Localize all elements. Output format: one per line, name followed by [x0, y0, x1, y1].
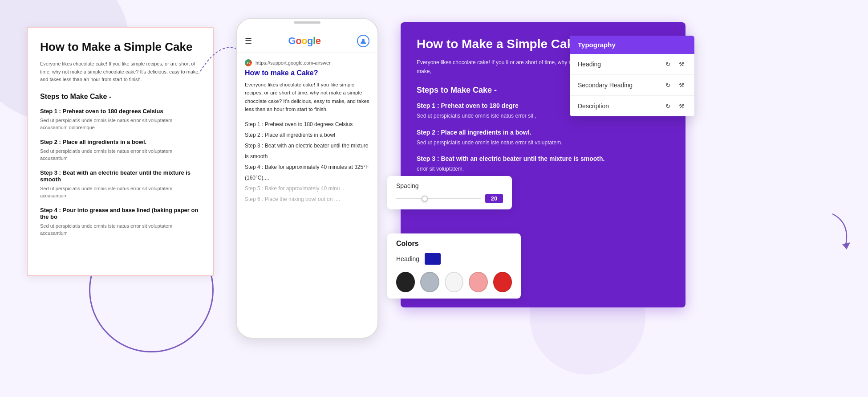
- svg-marker-2: [842, 242, 850, 250]
- google-logo: Google: [288, 35, 321, 47]
- avatar-icon[interactable]: [357, 35, 369, 47]
- spacing-control: 20: [396, 194, 503, 203]
- spacing-value: 20: [485, 194, 503, 203]
- doc-step-1: Step 1 : Preheat oven to 180 degrees Cel…: [40, 108, 200, 131]
- doc-step-4: Step 4 : Pour into grease and base lined…: [40, 207, 200, 237]
- doc-intro: Everyone likes chocolate cake! If you li…: [40, 60, 200, 84]
- doc-step-3-title: Step 3 : Beat with an electric beater un…: [40, 169, 200, 183]
- spacing-label: Spacing: [396, 182, 503, 189]
- result-step-6: Step 6 : Place the mixing bowl out on ..…: [245, 194, 369, 205]
- secondary-heading-label: Secondary Heading: [578, 82, 633, 89]
- doc-step-3-desc: Sed ut perspiciatis unde omnis iste natu…: [40, 185, 200, 200]
- doc-step-4-desc: Sed ut perspiciatis unde omnis iste natu…: [40, 222, 200, 237]
- phone-notch-bar: [294, 21, 320, 24]
- curved-arrow-right: [828, 209, 864, 254]
- description-label: Description: [578, 102, 609, 110]
- purple-step-3: Step 3 : Beat with an electric beater un…: [417, 155, 669, 173]
- result-step-1: Step 1 : Preheat oven to 180 degrees Cel…: [245, 119, 369, 130]
- heading-icons: ↻ ⚒: [663, 59, 686, 69]
- settings-header: Typography: [570, 36, 694, 54]
- doc-step-2-desc: Sed ut perspiciatis unde omnis iste natu…: [40, 147, 200, 162]
- result-step-2: Step 2 : Place all ingredients in a bowl: [245, 130, 369, 140]
- doc-title: How to Make a Simple Cake: [40, 40, 200, 54]
- description-settings-icon[interactable]: ⚒: [677, 101, 686, 111]
- slider-thumb[interactable]: [422, 196, 428, 202]
- heading-reset-icon[interactable]: ↻: [663, 59, 673, 69]
- swatch-pink[interactable]: [469, 272, 487, 292]
- color-swatch-blue[interactable]: [425, 253, 441, 265]
- result-step-5: Step 5 : Bake for approximately 40 minu …: [245, 183, 369, 194]
- purple-step-3-title: Step 3 : Beat with an electric beater un…: [417, 155, 669, 162]
- settings-panel: Typography Heading ↻ ⚒ Secondary Heading…: [570, 36, 694, 116]
- result-step-3: Step 3 : Beat with an electric beater un…: [245, 140, 369, 162]
- spacing-slider[interactable]: [396, 198, 481, 199]
- phone-mockup: ☰ Google G https://support.google.com-an…: [236, 18, 378, 339]
- colors-title: Colors: [396, 240, 512, 248]
- swatch-red[interactable]: [493, 272, 512, 292]
- result-title[interactable]: How to make a Cake?: [245, 69, 369, 77]
- settings-row-heading: Heading ↻ ⚒: [570, 54, 694, 75]
- search-result-url: G https://support.google.com-answer: [245, 59, 369, 66]
- settings-row-description: Description ↻ ⚒: [570, 96, 694, 116]
- document-card: How to Make a Simple Cake Everyone likes…: [27, 27, 214, 276]
- secondary-heading-icons: ↻ ⚒: [663, 80, 686, 90]
- left-panel: How to Make a Simple Cake Everyone likes…: [27, 27, 214, 276]
- colors-heading-row: Heading: [396, 253, 512, 265]
- typography-label: Typography: [578, 41, 616, 49]
- doc-section-heading: Steps to Make Cake -: [40, 93, 200, 101]
- heading-label: Heading: [578, 61, 601, 68]
- result-step-4: Step 4 : Bake for approximately 40 minut…: [245, 162, 369, 183]
- swatch-white[interactable]: [445, 272, 463, 292]
- colors-section: Colors Heading: [387, 233, 521, 299]
- purple-step-2: Step 2 : Place all ingredients in a bowl…: [417, 129, 669, 147]
- doc-step-1-title: Step 1 : Preheat oven to 180 degrees Cel…: [40, 108, 200, 115]
- doc-step-2-title: Step 2 : Place all ingredients in a bowl…: [40, 139, 200, 145]
- settings-row-secondary: Secondary Heading ↻ ⚒: [570, 75, 694, 96]
- phone-header: ☰ Google: [237, 31, 377, 53]
- doc-step-2: Step 2 : Place all ingredients in a bowl…: [40, 139, 200, 162]
- description-icons: ↻ ⚒: [663, 101, 686, 111]
- purple-step-2-title: Step 2 : Place all ingredients in a bowl…: [417, 129, 669, 136]
- swatch-black[interactable]: [396, 272, 415, 292]
- colors-heading-label: Heading: [396, 255, 419, 262]
- result-url: https://support.google.com-answer: [256, 60, 331, 65]
- heading-settings-icon[interactable]: ⚒: [677, 59, 686, 69]
- color-swatches-row: [396, 272, 512, 292]
- middle-panel: ☰ Google G https://support.google.com-an…: [231, 18, 383, 339]
- spacing-section: Spacing 20: [387, 176, 512, 209]
- purple-step-2-desc: Sed ut perspiciatis unde omnis iste natu…: [417, 139, 669, 147]
- description-reset-icon[interactable]: ↻: [663, 101, 673, 111]
- phone-content: G https://support.google.com-answer How …: [237, 53, 377, 211]
- secondary-reset-icon[interactable]: ↻: [663, 80, 673, 90]
- doc-step-4-title: Step 4 : Pour into grease and base lined…: [40, 207, 200, 220]
- doc-step-3: Step 3 : Beat with an electric beater un…: [40, 169, 200, 200]
- secondary-settings-icon[interactable]: ⚒: [677, 80, 686, 90]
- purple-step-3-desc: error sit voluptatem.: [417, 165, 669, 173]
- result-steps: Step 1 : Preheat oven to 180 degrees Cel…: [245, 119, 369, 205]
- right-panel: How to Make a Simple Cake Everyone likes…: [401, 22, 841, 307]
- hamburger-icon[interactable]: ☰: [245, 36, 252, 46]
- phone-notch: [237, 19, 377, 31]
- swatch-gray[interactable]: [420, 272, 439, 292]
- result-snippet: Everyone likes chocolate cake! If you li…: [245, 81, 369, 114]
- doc-step-1-desc: Sed ut perspiciatis unde omnis iste natu…: [40, 117, 200, 131]
- g-favicon: G: [245, 59, 252, 66]
